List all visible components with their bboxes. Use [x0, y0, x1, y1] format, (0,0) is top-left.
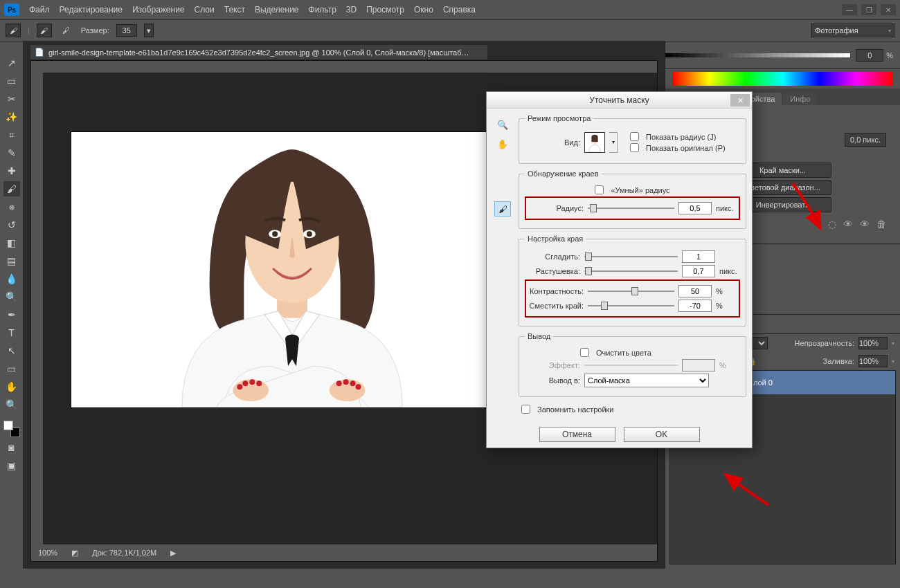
screen-mode-toggle[interactable]: ▣: [3, 458, 20, 473]
blur-tool[interactable]: 💧: [3, 271, 20, 286]
smart-radius-checkbox[interactable]: [595, 185, 604, 194]
vertical-ruler[interactable]: [31, 61, 43, 561]
eraser-tool[interactable]: ◧: [3, 235, 20, 250]
menu-image[interactable]: Изображение: [132, 5, 185, 15]
menu-help[interactable]: Справка: [443, 5, 476, 15]
view-thumbnail[interactable]: [584, 132, 605, 153]
fg-bg-colors[interactable]: [3, 421, 20, 437]
zoom-level[interactable]: 100%: [38, 549, 57, 557]
brush-preset-alt-icon[interactable]: 🖋: [59, 24, 74, 37]
trash-icon[interactable]: 🗑: [876, 219, 886, 230]
dialog-zoom-tool[interactable]: 🔍: [494, 117, 511, 132]
fill-input[interactable]: [858, 355, 888, 367]
type-tool[interactable]: T: [3, 325, 20, 340]
radius-input[interactable]: [678, 202, 712, 214]
hand-tool[interactable]: ✋: [3, 379, 20, 394]
menu-window[interactable]: Окно: [414, 5, 433, 15]
history-brush-tool[interactable]: ↺: [3, 217, 20, 232]
zoom-tool[interactable]: 🔍: [3, 397, 20, 412]
cancel-button[interactable]: Отмена: [539, 427, 615, 442]
dialog-refine-brush-tool[interactable]: 🖌: [494, 201, 511, 217]
svg-point-11: [249, 379, 255, 385]
menu-3d[interactable]: 3D: [346, 5, 357, 15]
magic-wand-tool[interactable]: ✨: [3, 109, 20, 125]
smooth-label: Сгладить:: [525, 252, 580, 261]
menu-text[interactable]: Текст: [224, 5, 245, 15]
svg-point-9: [237, 384, 242, 389]
fill-dropdown[interactable]: ▾: [892, 358, 894, 365]
eye-icon[interactable]: 👁: [860, 219, 870, 230]
svg-point-17: [336, 380, 342, 386]
ok-button[interactable]: OK: [624, 427, 700, 442]
brush-tool[interactable]: 🖌: [3, 181, 20, 196]
pen-tool[interactable]: ✒: [3, 307, 20, 322]
heal-tool[interactable]: ✚: [3, 163, 20, 178]
eyedropper-tool[interactable]: ✎: [3, 145, 20, 160]
crop-tool[interactable]: ⌗: [3, 127, 20, 143]
menu-filter[interactable]: Фильтр: [309, 5, 336, 15]
brush-size-input[interactable]: [116, 24, 137, 37]
shift-edge-slider[interactable]: [588, 301, 674, 311]
lasso-tool[interactable]: ✂: [3, 91, 20, 107]
size-dropdown-button[interactable]: ▾: [144, 24, 154, 37]
current-tool-preview[interactable]: 🖌: [6, 24, 21, 37]
opacity-dropdown[interactable]: ▾: [892, 340, 894, 347]
shift-edge-input[interactable]: [678, 300, 712, 312]
dialog-close-button[interactable]: ✕: [730, 94, 750, 107]
menu-file[interactable]: Файл: [29, 5, 50, 15]
smooth-slider[interactable]: [584, 252, 678, 261]
effect-slider: [584, 360, 678, 370]
menu-layers[interactable]: Слои: [195, 5, 215, 15]
quick-mask-toggle[interactable]: ◙: [3, 440, 20, 455]
view-mode-legend: Режим просмотра: [525, 114, 593, 122]
remember-settings-checkbox[interactable]: [521, 405, 530, 414]
preview-icon[interactable]: 👁: [843, 219, 853, 230]
menu-view[interactable]: Просмотр: [366, 5, 404, 15]
svg-point-4: [272, 231, 278, 237]
nav-icon[interactable]: ◩: [71, 549, 78, 558]
brush-preset-icon[interactable]: 🖌: [37, 24, 52, 37]
feather-input[interactable]: [682, 265, 715, 277]
show-original-checkbox[interactable]: [630, 143, 639, 152]
menu-edit[interactable]: Редактирование: [60, 5, 123, 15]
path-select-tool[interactable]: ↖: [3, 343, 20, 358]
dialog-hand-tool[interactable]: ✋: [494, 136, 511, 151]
svg-point-12: [256, 380, 262, 386]
minimize-button[interactable]: ―: [842, 4, 857, 15]
svg-point-16: [343, 379, 349, 385]
feather-slider[interactable]: [584, 266, 678, 276]
color-spectrum[interactable]: [672, 72, 893, 86]
dodge-tool[interactable]: 🔍: [3, 289, 20, 304]
options-bar: 🖌 | 🖌 🖋 Размер: ▾ Фотография▾: [0, 19, 900, 42]
horizontal-ruler[interactable]: [31, 61, 657, 73]
radius-slider[interactable]: [588, 203, 674, 213]
gradient-tool[interactable]: ▤: [3, 253, 20, 268]
document-tab[interactable]: 📄 girl-smile-design-template-e61ba1d7e9c…: [30, 45, 487, 60]
doc-info-arrow[interactable]: ▶: [170, 549, 176, 558]
menu-select[interactable]: Выделение: [255, 5, 299, 15]
menu-bar: Ps Файл Редактирование Изображение Слои …: [0, 0, 900, 19]
mask-from-sel-icon[interactable]: ◌: [828, 219, 836, 230]
decontaminate-checkbox[interactable]: [580, 348, 589, 357]
move-tool[interactable]: ↗: [3, 55, 20, 71]
contrast-unit: %: [716, 287, 737, 295]
show-radius-checkbox[interactable]: [630, 132, 639, 141]
feather-label: Растушевка:: [525, 267, 580, 275]
contrast-input[interactable]: [678, 285, 712, 297]
close-button[interactable]: ✕: [881, 4, 896, 15]
workspace-switcher[interactable]: Фотография▾: [811, 24, 894, 37]
adjust-value-input[interactable]: [856, 49, 883, 62]
view-mode-group: Режим просмотра Вид: ▾ Показать радиус (…: [519, 114, 746, 164]
output-to-select[interactable]: Слой-маска: [584, 374, 709, 387]
remember-settings-label: Запомнить настройки: [537, 405, 614, 414]
marquee-tool[interactable]: ▭: [3, 73, 20, 89]
stamp-tool[interactable]: ⎈: [3, 199, 20, 214]
opacity-input[interactable]: [858, 337, 888, 349]
tab-info[interactable]: Инфо: [783, 93, 817, 105]
maximize-button[interactable]: ❐: [861, 4, 876, 15]
doc-info: Док: 782,1K/1,02M: [92, 549, 156, 557]
shape-tool[interactable]: ▭: [3, 361, 20, 376]
view-dropdown-button[interactable]: ▾: [609, 132, 618, 153]
contrast-slider[interactable]: [588, 286, 674, 296]
smooth-input[interactable]: [682, 250, 715, 263]
